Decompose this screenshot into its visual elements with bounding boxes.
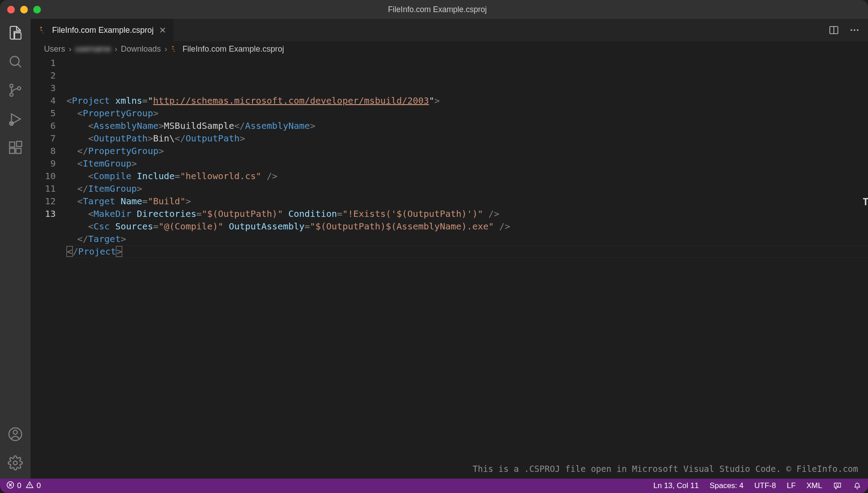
search-icon[interactable]	[8, 54, 23, 69]
status-bar: 0 0 Ln 13, Col 11 Spaces: 4 UTF-8 LF XML	[0, 479, 868, 493]
svg-point-15	[857, 29, 859, 31]
feedback-icon[interactable]	[833, 481, 842, 490]
chevron-right-icon: ›	[164, 44, 167, 54]
warning-icon	[26, 481, 34, 491]
status-errors[interactable]: 0	[6, 481, 21, 491]
chevron-right-icon: ›	[115, 44, 117, 54]
explorer-icon[interactable]	[8, 25, 23, 40]
more-actions-icon[interactable]	[849, 25, 860, 35]
status-encoding[interactable]: UTF-8	[754, 481, 776, 490]
image-caption: This is a .CSPROJ file open in Microsoft…	[473, 462, 858, 475]
editor-tabs: FileInfo.com Example.csproj	[31, 19, 868, 41]
status-language[interactable]: XML	[806, 481, 822, 490]
status-warnings[interactable]: 0	[26, 481, 40, 491]
run-debug-icon[interactable]	[8, 111, 23, 127]
breadcrumb-item[interactable]: Downloads	[121, 44, 161, 54]
svg-point-3	[18, 87, 21, 90]
svg-point-1	[10, 84, 13, 88]
status-warnings-count: 0	[36, 481, 40, 490]
source-control-icon[interactable]	[8, 83, 23, 98]
line-number-gutter: 12345678910111213	[31, 57, 66, 479]
svg-rect-6	[9, 148, 14, 153]
editor-tab[interactable]: FileInfo.com Example.csproj	[31, 19, 174, 41]
breadcrumb-item[interactable]: Users	[44, 44, 65, 54]
status-indentation[interactable]: Spaces: 4	[709, 481, 744, 490]
extensions-icon[interactable]	[8, 140, 23, 155]
svg-point-0	[10, 57, 19, 66]
split-editor-icon[interactable]	[828, 25, 839, 35]
status-cursor-position[interactable]: Ln 13, Col 11	[653, 481, 699, 490]
tab-label: FileInfo.com Example.csproj	[52, 26, 154, 35]
activity-bar	[0, 19, 31, 479]
breadcrumb-item[interactable]: FileInfo.com Example.csproj	[182, 44, 284, 54]
error-icon	[6, 481, 14, 491]
code-content[interactable]: T <Project xmlns="http://schemas.microso…	[66, 57, 868, 479]
chevron-right-icon: ›	[69, 44, 71, 54]
svg-point-13	[850, 29, 852, 31]
status-eol[interactable]: LF	[787, 481, 796, 490]
svg-point-10	[13, 430, 17, 434]
svg-rect-5	[9, 142, 14, 147]
svg-point-17	[837, 485, 837, 485]
account-icon[interactable]	[8, 427, 23, 442]
svg-rect-8	[17, 141, 22, 146]
notifications-bell-icon[interactable]	[853, 481, 862, 490]
svg-point-18	[838, 485, 839, 485]
breadcrumb-item[interactable]: username	[75, 44, 111, 54]
status-errors-count: 0	[17, 481, 21, 490]
window-title: FileInfo.com Example.csproj	[14, 5, 861, 14]
xml-file-icon	[171, 45, 179, 53]
svg-point-14	[854, 29, 855, 31]
svg-rect-7	[16, 148, 21, 153]
settings-gear-icon[interactable]	[8, 455, 23, 471]
tab-close-icon[interactable]	[158, 26, 167, 35]
svg-point-2	[10, 93, 13, 96]
xml-file-icon	[39, 26, 48, 35]
titlebar: FileInfo.com Example.csproj	[0, 0, 868, 19]
code-editor[interactable]: 12345678910111213 T <Project xmlns="http…	[31, 57, 868, 479]
breadcrumbs[interactable]: Users › username › Downloads › FileInfo.…	[31, 41, 868, 57]
svg-point-11	[13, 461, 18, 465]
